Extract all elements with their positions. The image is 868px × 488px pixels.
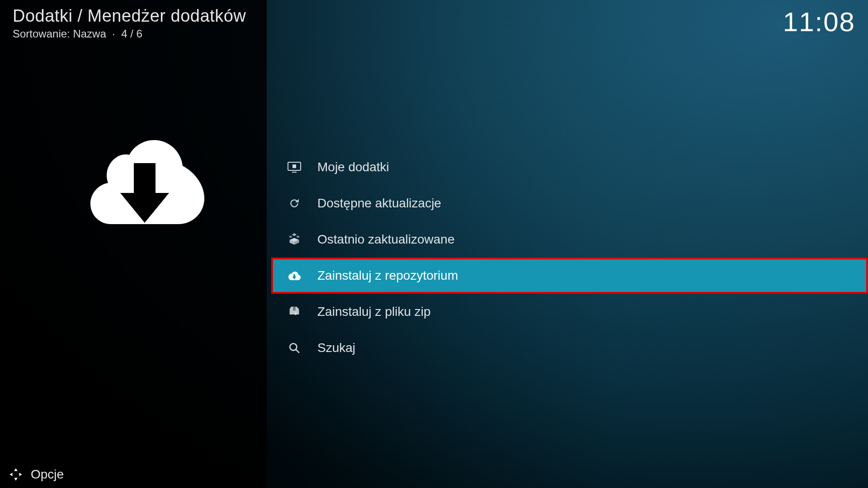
svg-rect-10 <box>293 307 295 311</box>
list-item-search[interactable]: Szukaj <box>271 330 868 366</box>
list-item-available-updates[interactable]: Dostępne aktualizacje <box>271 185 868 221</box>
list-item-label: Moje dodatki <box>317 160 389 174</box>
svg-rect-2 <box>292 164 296 168</box>
list-item-my-addons[interactable]: Moje dodatki <box>271 149 868 185</box>
svg-marker-14 <box>14 468 18 471</box>
addon-browser-list: Moje dodatki Dostępne aktualizacje <box>271 149 868 366</box>
svg-line-13 <box>296 349 299 353</box>
dot-separator: · <box>109 28 118 40</box>
open-box-icon <box>284 233 305 246</box>
list-item-install-from-repo[interactable]: Zainstaluj z repozytorium <box>271 258 868 294</box>
header: Dodatki / Menedżer dodatków Sortowanie: … <box>13 6 855 40</box>
list-item-install-from-zip[interactable]: Zainstaluj z pliku zip <box>271 294 868 330</box>
package-down-icon <box>284 306 305 318</box>
sort-label: Sortowanie: Nazwa <box>13 28 106 40</box>
cloud-down-icon <box>284 270 305 281</box>
list-item-label: Zainstaluj z pliku zip <box>317 305 431 319</box>
dpad-icon <box>9 468 23 481</box>
cloud-download-art-icon <box>77 106 212 242</box>
screen-box-icon <box>284 162 305 173</box>
sort-info: Sortowanie: Nazwa · 4 / 6 <box>13 28 855 40</box>
svg-marker-15 <box>14 478 18 481</box>
svg-point-12 <box>290 343 297 350</box>
options-button[interactable]: Opcje <box>0 467 64 482</box>
clock: 11:08 <box>783 6 855 38</box>
list-item-label: Szukaj <box>317 341 355 355</box>
breadcrumb: Dodatki / Menedżer dodatków <box>13 6 855 26</box>
svg-marker-5 <box>289 235 292 238</box>
refresh-icon <box>284 197 305 209</box>
list-item-label: Dostępne aktualizacje <box>317 196 441 211</box>
list-item-recently-updated[interactable]: Ostatnio zaktualizowane <box>271 221 868 258</box>
svg-marker-17 <box>19 473 22 476</box>
side-panel <box>0 0 267 488</box>
list-item-label: Zainstaluj z repozytorium <box>317 268 458 283</box>
search-icon <box>284 342 305 354</box>
svg-marker-6 <box>296 235 300 238</box>
list-position: 4 / 6 <box>121 28 142 40</box>
list-item-label: Ostatnio zaktualizowane <box>317 232 455 247</box>
svg-marker-4 <box>292 233 297 236</box>
svg-marker-16 <box>9 473 12 476</box>
options-label: Opcje <box>31 467 64 482</box>
